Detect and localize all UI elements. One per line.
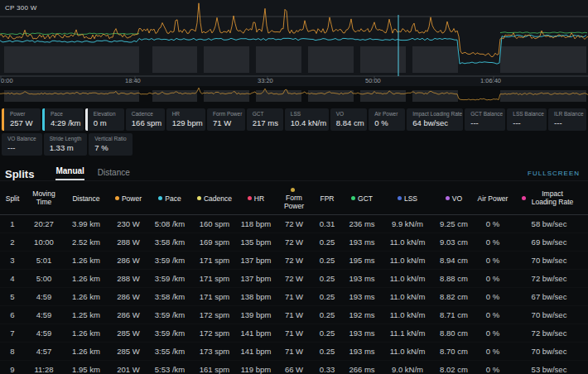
cell: 173 spm	[192, 343, 237, 360]
cell: 7	[0, 324, 25, 342]
cell: 9	[0, 361, 25, 374]
metric-tile-cadence[interactable]: Cadence166 spm	[126, 108, 165, 131]
table-row[interactable]: 74:591.26 km285 W3:59 /km172 spm141 bpm7…	[0, 324, 588, 343]
series-dot	[291, 188, 295, 192]
activity-chart-canvas	[0, 0, 588, 86]
metric-value: 7 %	[94, 143, 126, 152]
table-row[interactable]: 120:273.99 km230 W5:08 /km160 spm118 bpm…	[0, 215, 588, 233]
metric-value: 71 W	[213, 118, 239, 127]
column-header-split: Split	[0, 194, 25, 203]
cell: 8.88 cm	[432, 270, 475, 287]
metric-tile-gct-balance[interactable]: GCT Balance---	[465, 108, 505, 131]
cell: 4:59	[25, 324, 63, 342]
metric-label: ILR Balance	[554, 111, 581, 117]
cell: 3:58 /km	[147, 233, 192, 251]
metric-tile-stride-length[interactable]: Stride Length1.33 m	[44, 133, 88, 156]
metric-tile-lss-balance[interactable]: LSS Balance---	[507, 108, 547, 131]
metric-tile-power[interactable]: Power257 W	[2, 108, 41, 131]
chart-navigator[interactable]	[0, 86, 588, 106]
column-header-impact-loading-rate: Impact Loading Rate	[510, 189, 588, 206]
cell: 137 bpm	[237, 252, 275, 269]
tab-manual[interactable]: Manual	[55, 166, 84, 180]
cell: 0.25	[313, 270, 341, 287]
cp-threshold-label: CP 300 W	[5, 4, 37, 12]
cell: 11:28	[25, 361, 63, 374]
cell: 8.70 cm	[432, 343, 475, 360]
cell: 8.71 cm	[432, 306, 475, 324]
cell: 230 W	[109, 215, 147, 233]
table-row[interactable]: 35:011.26 km286 W3:59 /km171 spm137 bpm7…	[0, 252, 588, 270]
cell: 11.1 kN/m	[383, 324, 432, 342]
metric-tile-gct[interactable]: GCT217 ms	[247, 108, 283, 131]
cell: 286 W	[109, 252, 147, 269]
cell: 4:57	[25, 343, 63, 360]
cell: 1.26 km	[63, 288, 109, 305]
metric-label: Power	[10, 111, 35, 117]
cell: 171 spm	[192, 252, 237, 269]
cell: 0.25	[313, 306, 341, 324]
fullscreen-button[interactable]: FULLSCREEN	[528, 170, 580, 180]
cell: 67 bw/sec	[510, 288, 588, 305]
table-row[interactable]: 911:281.95 km201 W5:53 /km161 spm119 bpm…	[0, 361, 588, 374]
tab-distance[interactable]: Distance	[98, 168, 130, 180]
metric-value: 64 bw/sec	[412, 118, 457, 127]
metric-tile-impact-loading-rate[interactable]: Impact Loading Rate64 bw/sec	[407, 108, 463, 131]
table-row[interactable]: 84:571.26 km285 W3:55 /km173 spm141 bpm7…	[0, 343, 588, 361]
metric-tile-vertical-ratio[interactable]: Vertical Ratio7 %	[89, 133, 132, 156]
splits-header-bar: Splits Manual Distance FULLSCREEN	[0, 156, 588, 181]
metric-tile-vo[interactable]: VO8.84 cm	[330, 108, 367, 131]
cell: 135 bpm	[237, 233, 275, 251]
column-label: Cadence	[204, 194, 232, 203]
metric-tile-ilr-balance[interactable]: ILR Balance---	[548, 108, 586, 131]
metric-tile-pace[interactable]: Pace4:29 /km	[42, 108, 84, 131]
cell: 8.94 cm	[432, 252, 475, 269]
cell: 1.26 km	[63, 270, 109, 287]
series-dot	[398, 196, 402, 200]
cell: 0 %	[475, 252, 510, 269]
cell: 288 W	[109, 270, 147, 287]
cell: 195 ms	[341, 252, 383, 269]
cell: 11.0 kN/m	[383, 306, 432, 324]
cell: 58 bw/sec	[510, 215, 588, 233]
column-header-fpr: FPR	[313, 194, 341, 203]
cell: 71 W	[275, 324, 313, 342]
metric-tile-hr[interactable]: HR129 bpm	[166, 108, 205, 131]
cell: 3:55 /km	[147, 343, 192, 360]
metric-tile-elevation[interactable]: Elevation0 m	[85, 108, 124, 131]
cell: 1	[0, 215, 25, 233]
table-row[interactable]: 45:001.26 km288 W3:59 /km171 spm137 bpm7…	[0, 270, 588, 288]
cell: 9.25 cm	[432, 215, 475, 233]
cell: 193 ms	[341, 324, 383, 342]
cell: 72 W	[275, 233, 313, 251]
table-row[interactable]: 54:591.26 km286 W3:58 /km171 spm138 bpm7…	[0, 288, 588, 306]
metric-tile-vo-balance[interactable]: VO Balance---	[2, 133, 42, 156]
metric-tile-air-power[interactable]: Air Power0 %	[369, 108, 405, 131]
cell: 5:53 /km	[147, 361, 192, 374]
cell: 160 spm	[192, 215, 237, 233]
metric-label: Elevation	[94, 111, 118, 117]
cell: 11.0 kN/m	[383, 343, 432, 360]
metric-value: 217 ms	[253, 118, 277, 127]
cell: 118 bpm	[237, 215, 275, 233]
splits-tabs: Manual Distance	[55, 166, 129, 180]
cell: 3:59 /km	[147, 252, 192, 269]
cell: 11.0 kN/m	[383, 288, 432, 305]
metric-value: 10.4 kN/m	[291, 118, 323, 127]
cell: 72 W	[275, 270, 313, 287]
cell: 1.25 km	[63, 306, 109, 324]
metric-tile-form-power[interactable]: Form Power71 W	[207, 108, 245, 131]
metric-tile-lss[interactable]: LSS10.4 kN/m	[285, 108, 329, 131]
activity-chart[interactable]: CP 300 W 0:00 18:40 33:20 50:00 1:06:40	[0, 0, 588, 86]
metric-value: 4:29 /km	[51, 118, 78, 127]
cell: 1.26 km	[63, 343, 109, 360]
column-header-pace: Pace	[147, 194, 192, 203]
table-row[interactable]: 64:591.25 km286 W3:59 /km172 spm139 bpm7…	[0, 306, 588, 324]
table-row[interactable]: 210:002.52 km288 W3:58 /km169 spm135 bpm…	[0, 233, 588, 252]
cell: 3:59 /km	[147, 324, 192, 342]
cell: 53 bw/sec	[510, 361, 588, 374]
x-axis-tick-label: 0:00	[1, 77, 13, 84]
cell: 1.26 km	[63, 252, 109, 269]
cell: 11.0 kN/m	[383, 233, 432, 251]
cell: 8	[0, 343, 25, 360]
metric-value: ---	[554, 118, 581, 127]
